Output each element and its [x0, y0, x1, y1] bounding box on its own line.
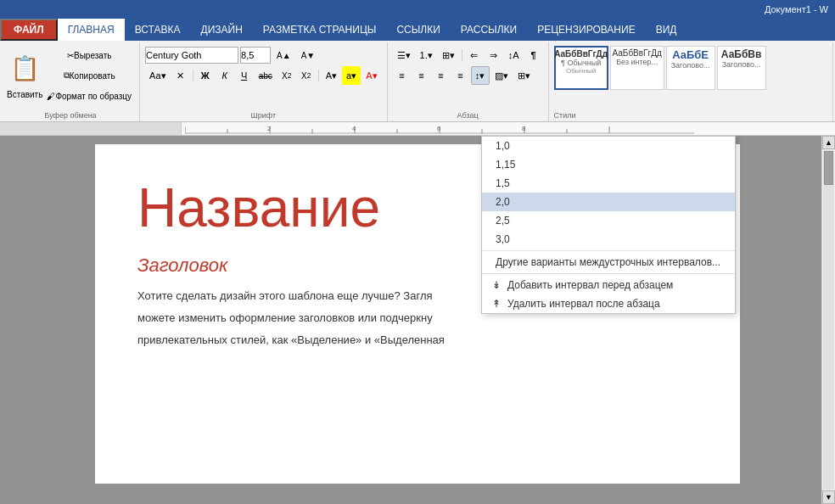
ribbon-toolbar: 📋 Вставить ✂ Вырезать ⧉ Копировать 🖌 Фор… [0, 41, 835, 122]
style-normal[interactable]: АаБбВвГгДд ¶ Обычный Обычный [554, 46, 608, 90]
cut-button[interactable]: ✂ Вырезать [44, 46, 134, 64]
svg-text:2: 2 [267, 125, 272, 132]
format-painter-button[interactable]: 🖌 Формат по образцу [44, 87, 134, 105]
left-margin [0, 136, 14, 504]
menu-design[interactable]: ДИЗАЙН [191, 19, 253, 41]
align-left-button[interactable]: ≡ [393, 66, 412, 85]
document-area: Название Заголовок Хотите сделать дизайн… [0, 136, 835, 504]
numbering-button[interactable]: 1.▾ [416, 46, 437, 64]
clear-format-button[interactable]: ✕ [171, 66, 190, 85]
font-size-input[interactable] [240, 47, 271, 64]
font-label: Шрифт [145, 109, 382, 121]
change-case-button[interactable]: Аа▾ [145, 66, 171, 85]
borders-button[interactable]: ⊞▾ [513, 66, 535, 85]
svg-text:4: 4 [352, 125, 356, 132]
more-line-spacing-options[interactable]: Другие варианты междустрочных интервалов… [482, 253, 735, 272]
menu-review[interactable]: РЕЦЕНЗИРОВАНИЕ [527, 19, 645, 41]
remove-space-after[interactable]: ↟ Удалить интервал после абзаца [482, 294, 735, 313]
add-space-before[interactable]: ↡ Добавить интервал перед абзацем [482, 276, 735, 294]
underline-button[interactable]: Ч [235, 66, 254, 85]
decrease-font-button[interactable]: A▼ [297, 46, 320, 64]
bold-button[interactable]: Ж [196, 66, 215, 85]
align-center-button[interactable]: ≡ [412, 66, 431, 85]
spacing-1-0[interactable]: 1,0 [482, 137, 735, 155]
justify-button[interactable]: ≡ [451, 66, 470, 85]
font-color-button[interactable]: A▾ [361, 66, 381, 85]
increase-indent-button[interactable]: ⇒ [485, 46, 503, 64]
remove-space-icon: ↟ [492, 298, 501, 310]
svg-text:6: 6 [437, 125, 441, 132]
dropdown-divider2 [482, 273, 735, 274]
strikethrough-button[interactable]: abc [255, 66, 277, 85]
paragraph-label: Абзац [393, 109, 543, 121]
quick-access-toolbar [0, 19, 7, 41]
scroll-track [823, 150, 834, 490]
subscript-button[interactable]: X2 [277, 66, 296, 85]
spacing-2-5[interactable]: 2,5 [482, 211, 735, 230]
spacing-1-15[interactable]: 1,15 [482, 155, 735, 174]
show-marks-button[interactable]: ¶ [524, 46, 543, 64]
menu-home[interactable]: ГЛАВНАЯ [58, 19, 125, 41]
style-heading1[interactable]: АаБбЕ Заголово... [666, 46, 715, 90]
menu-bar: ФАЙЛ ГЛАВНАЯ ВСТАВКА ДИЗАЙН РАЗМЕТКА СТР… [0, 19, 835, 41]
svg-text:8: 8 [522, 125, 526, 132]
align-right-button[interactable]: ≡ [432, 66, 451, 85]
font-group: A▲ A▼ Аа▾ ✕ Ж К Ч abc X2 X2 A▾ a▾ A▾ Шри… [140, 42, 388, 121]
shading-button[interactable]: ▨▾ [490, 66, 513, 85]
decrease-indent-button[interactable]: ⇐ [465, 46, 484, 64]
menu-page-layout[interactable]: РАЗМЕТКА СТРАНИЦЫ [253, 19, 387, 41]
menu-references[interactable]: ССЫЛКИ [386, 19, 450, 41]
add-space-icon: ↡ [492, 279, 501, 291]
sort-button[interactable]: ↕A [504, 46, 524, 64]
italic-button[interactable]: К [216, 66, 234, 85]
title-text: Документ1 - W [765, 4, 828, 14]
style-heading2[interactable]: АаБбВв Заголово... [717, 46, 766, 90]
scroll-thumb[interactable] [824, 151, 833, 185]
text-effects-button[interactable]: A▾ [322, 66, 341, 85]
spacing-1-5[interactable]: 1,5 [482, 174, 735, 193]
increase-font-button[interactable]: A▲ [272, 46, 295, 64]
styles-label: Стили [554, 109, 827, 121]
superscript-button[interactable]: X2 [297, 66, 316, 85]
multilevel-list-button[interactable]: ⊞▾ [438, 46, 459, 64]
styles-group: АаБбВвГгДд ¶ Обычный Обычный АаБбВвГгДд … [549, 42, 833, 121]
spacing-2-0[interactable]: 2,0 [482, 193, 735, 211]
file-menu[interactable]: ФАЙЛ [0, 19, 58, 41]
copy-button[interactable]: ⧉ Копировать [44, 66, 134, 85]
vertical-scrollbar[interactable]: ▲ ▼ [821, 136, 835, 504]
highlight-button[interactable]: a▾ [342, 66, 361, 85]
title-bar: Документ1 - W [0, 0, 835, 19]
menu-insert[interactable]: ВСТАВКА [125, 19, 191, 41]
font-name-input[interactable] [145, 47, 238, 64]
bullets-button[interactable]: ☰▾ [393, 46, 415, 64]
clipboard-label: Буфер обмена [7, 109, 134, 121]
scroll-down-button[interactable]: ▼ [822, 490, 835, 504]
spacing-3-0[interactable]: 3,0 [482, 230, 735, 249]
paragraph-group: ☰▾ 1.▾ ⊞▾ ⇐ ⇒ ↕A ¶ ≡ ≡ ≡ ≡ ↕▾ ▨▾ ⊞▾ Абза… [388, 42, 549, 121]
menu-view[interactable]: ВИД [646, 19, 687, 41]
ruler: 2 4 6 8 [0, 122, 835, 136]
line-spacing-button[interactable]: ↕▾ [471, 66, 490, 85]
line-spacing-dropdown: 1,0 1,15 1,5 2,0 2,5 3,0 Другие варианты… [481, 136, 736, 314]
paste-button[interactable]: 📋 Вставить [7, 46, 42, 99]
dropdown-menu: 1,0 1,15 1,5 2,0 2,5 3,0 Другие варианты… [481, 136, 736, 314]
dropdown-divider1 [482, 250, 735, 251]
paste-label: Вставить [7, 90, 42, 99]
ruler-svg: 2 4 6 8 [185, 123, 694, 135]
style-no-spacing[interactable]: АаБбВвГгДд Без интер... [610, 46, 664, 90]
scroll-up-button[interactable]: ▲ [822, 136, 835, 149]
document-paragraph3: привлекательных стилей, как «Выделение» … [137, 329, 698, 351]
clipboard-group: 📋 Вставить ✂ Вырезать ⧉ Копировать 🖌 Фор… [2, 42, 140, 121]
menu-mailings[interactable]: РАССЫЛКИ [451, 19, 527, 41]
